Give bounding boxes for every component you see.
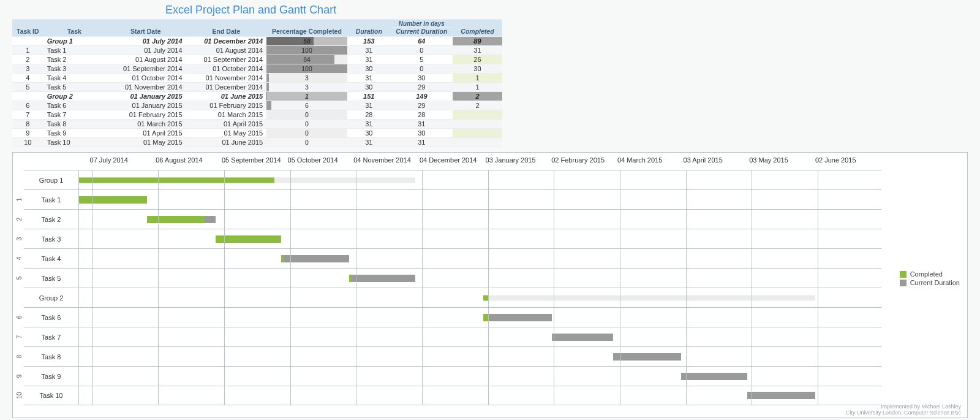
gantt-tick-label: 03 April 2015 — [684, 156, 723, 164]
gantt-legend: Completed Current Duration — [900, 269, 960, 288]
cell-id: 6 — [12, 101, 43, 110]
gantt-bar-completed — [79, 177, 274, 183]
cell-start: 01 May 2015 — [105, 138, 186, 147]
cell-completed-days: 2 — [453, 101, 502, 110]
gantt-tick-label: 05 October 2014 — [288, 156, 338, 164]
cell-start: 01 July 2014 — [105, 37, 186, 46]
gantt-bar-current — [488, 314, 552, 321]
gantt-row-label: Task 2 — [24, 210, 79, 229]
cell-task: Task 4 — [43, 74, 105, 83]
cell-end: 01 October 2014 — [186, 64, 267, 74]
gantt-bar-completed — [483, 314, 488, 321]
table-row: 9Task 901 April 201501 May 201503030 — [12, 129, 502, 138]
gantt-row-label: Task 1 — [24, 190, 79, 209]
gantt-bar-completed — [147, 216, 204, 223]
gantt-row-label: Group 1 — [24, 170, 79, 189]
cell-percentage: 84 — [266, 55, 347, 64]
cell-cur: 5 — [391, 55, 453, 64]
cell-end: 01 December 2014 — [186, 83, 267, 92]
gantt-row-label: Task 5 — [24, 269, 79, 288]
cell-id: 5 — [12, 83, 43, 92]
cell-cur: 30 — [391, 129, 453, 138]
gantt-task-row: 1Task 1 — [24, 189, 881, 209]
table-row: 4Task 401 October 201401 November 201433… — [12, 74, 502, 83]
cell-cur: 64 — [391, 37, 453, 46]
cell-end: 01 April 2015 — [186, 120, 267, 129]
gantt-row-label: Task 7 — [24, 327, 79, 346]
gantt-group-row: Group 1 — [24, 170, 881, 189]
cell-id: 3 — [12, 64, 43, 74]
legend-label-completed: Completed — [910, 270, 943, 278]
cell-end: 01 May 2015 — [186, 129, 267, 138]
cell-completed-days — [453, 110, 502, 120]
gantt-chart: 07 July 201406 August 201405 September 2… — [12, 152, 968, 418]
cell-percentage: 0 — [266, 138, 347, 147]
cell-cur: 31 — [391, 138, 453, 147]
gantt-bar-current — [205, 216, 216, 223]
gantt-row-label: Task 4 — [24, 249, 79, 268]
gantt-tick-label: 02 February 2015 — [551, 156, 605, 164]
gantt-tick-label: 05 September 2014 — [222, 156, 281, 164]
cell-percentage: 0 — [266, 129, 347, 138]
cell-task: Task 7 — [43, 110, 105, 120]
cell-dur: 31 — [347, 138, 391, 147]
cell-percentage: 0 — [266, 110, 347, 120]
cell-cur: 29 — [391, 83, 453, 92]
gantt-row-track — [79, 347, 881, 366]
cell-id: 7 — [12, 110, 43, 120]
cell-start: 01 February 2015 — [105, 110, 186, 120]
cell-completed-days — [453, 138, 502, 147]
gantt-row-track — [79, 367, 881, 386]
project-plan-table: Task ID Task Start Date End Date Percent… — [12, 19, 502, 147]
gantt-task-row: 5Task 5 — [24, 268, 881, 288]
gantt-row-track — [79, 170, 881, 189]
cell-dur: 31 — [347, 74, 391, 83]
cell-start: 01 January 2015 — [105, 101, 186, 110]
cell-id: 1 — [12, 46, 43, 55]
gantt-row-track — [79, 288, 881, 307]
cell-dur: 153 — [347, 37, 391, 46]
cell-dur: 30 — [347, 64, 391, 74]
table-row: 5Task 501 November 201401 December 20143… — [12, 83, 502, 92]
th-pct: Percentage Completed — [266, 20, 347, 37]
gantt-bar-total — [483, 295, 815, 300]
legend-swatch-completed — [900, 271, 907, 278]
table-row: 1Task 101 July 201401 August 20141003103… — [12, 46, 502, 55]
gantt-tick-label: 07 July 2014 — [90, 156, 128, 164]
gantt-row-label: Task 8 — [24, 347, 79, 366]
cell-cur: 149 — [391, 92, 453, 101]
cell-completed-days — [453, 120, 502, 129]
cell-end: 01 June 2015 — [186, 92, 267, 101]
cell-percentage: 3 — [266, 74, 347, 83]
page-title: Excel Project Plan and Gantt Chart — [165, 4, 974, 17]
cell-end: 01 November 2014 — [186, 74, 267, 83]
table-row: 6Task 601 January 201501 February 201563… — [12, 101, 502, 110]
credit-text: Implemented by Michael Lashley City Univ… — [846, 404, 961, 416]
cell-task: Group 1 — [43, 37, 105, 46]
gantt-group-row: Group 2 — [24, 288, 881, 307]
cell-cur: 0 — [391, 46, 453, 55]
gantt-row-label: Task 10 — [24, 386, 79, 405]
cell-percentage: 58 — [266, 37, 347, 46]
gantt-row-track — [79, 210, 881, 229]
gantt-bar-completed — [483, 295, 488, 300]
gantt-bar-current — [552, 334, 613, 341]
gantt-row-label: Task 6 — [24, 308, 79, 327]
cell-cur: 0 — [391, 64, 453, 74]
cell-dur: 31 — [347, 120, 391, 129]
cell-dur: 151 — [347, 92, 391, 101]
cell-id: 4 — [12, 74, 43, 83]
gantt-row-track — [79, 308, 881, 327]
gantt-bar-completed — [79, 196, 147, 204]
cell-task: Task 2 — [43, 55, 105, 64]
cell-end: 01 March 2015 — [186, 110, 267, 120]
gantt-row-track — [79, 386, 881, 405]
gantt-task-row: 10Task 10 — [24, 386, 881, 405]
gantt-row-track — [79, 190, 881, 209]
cell-cur: 30 — [391, 74, 453, 83]
cell-start: 01 July 2014 — [105, 46, 186, 55]
cell-completed-days: 2 — [453, 92, 502, 101]
gantt-row-label: Task 3 — [24, 229, 79, 248]
table-row: 10Task 1001 May 201501 June 201503131 — [12, 138, 502, 147]
cell-cur: 29 — [391, 101, 453, 110]
